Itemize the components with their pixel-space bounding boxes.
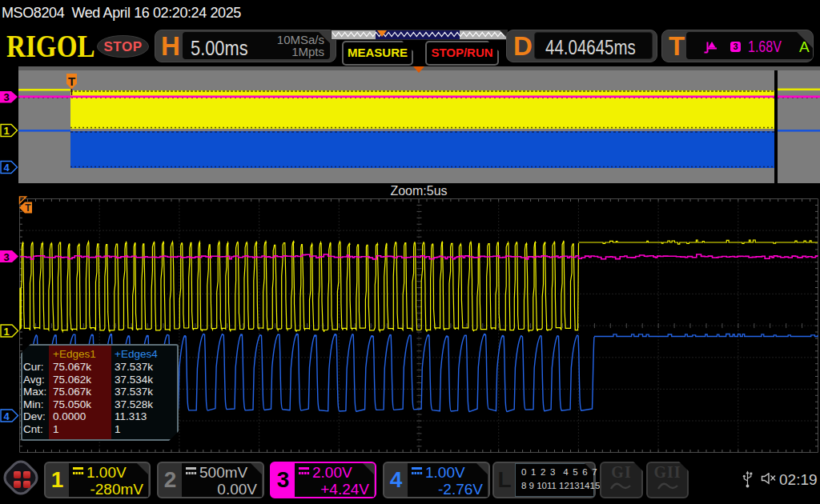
svg-text:4: 4: [3, 410, 10, 422]
svg-text:1: 1: [3, 326, 9, 338]
svg-text:T: T: [25, 202, 31, 214]
svg-text:3: 3: [3, 251, 9, 263]
